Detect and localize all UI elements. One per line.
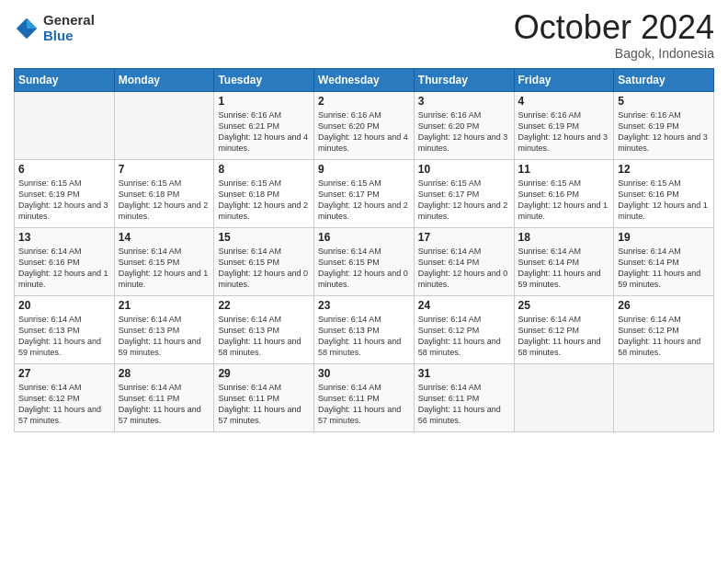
day-info: Sunrise: 6:14 AM Sunset: 6:12 PM Dayligh… — [618, 314, 710, 359]
calendar-cell: 2Sunrise: 6:16 AM Sunset: 6:20 PM Daylig… — [314, 91, 415, 159]
day-info: Sunrise: 6:16 AM Sunset: 6:20 PM Dayligh… — [318, 109, 410, 155]
calendar-cell: 27Sunrise: 6:14 AM Sunset: 6:12 PM Dayli… — [15, 363, 115, 431]
day-number: 29 — [218, 367, 310, 380]
day-info: Sunrise: 6:16 AM Sunset: 6:21 PM Dayligh… — [218, 109, 310, 155]
calendar-cell: 22Sunrise: 6:14 AM Sunset: 6:13 PM Dayli… — [214, 295, 314, 363]
day-number: 2 — [318, 95, 410, 108]
day-number: 3 — [418, 95, 510, 108]
calendar-week-4: 20Sunrise: 6:14 AM Sunset: 6:13 PM Dayli… — [15, 295, 714, 363]
day-info: Sunrise: 6:15 AM Sunset: 6:16 PM Dayligh… — [518, 178, 610, 223]
day-info: Sunrise: 6:14 AM Sunset: 6:15 PM Dayligh… — [218, 246, 310, 291]
day-info: Sunrise: 6:14 AM Sunset: 6:12 PM Dayligh… — [518, 314, 610, 359]
day-number: 9 — [318, 163, 410, 176]
day-number: 24 — [418, 299, 510, 312]
day-number: 27 — [18, 367, 110, 380]
calendar-cell: 21Sunrise: 6:14 AM Sunset: 6:13 PM Dayli… — [114, 295, 214, 363]
calendar-cell: 3Sunrise: 6:16 AM Sunset: 6:20 PM Daylig… — [414, 91, 514, 159]
month-title: October 2024 — [514, 9, 714, 46]
col-friday: Friday — [514, 68, 614, 91]
calendar-cell: 17Sunrise: 6:14 AM Sunset: 6:14 PM Dayli… — [414, 227, 514, 295]
day-number: 28 — [119, 367, 210, 380]
col-sunday: Sunday — [15, 68, 115, 91]
logo-icon — [14, 16, 40, 41]
location: Bagok, Indonesia — [514, 46, 714, 61]
col-tuesday: Tuesday — [214, 68, 314, 91]
day-number: 31 — [418, 367, 510, 380]
day-number: 25 — [518, 299, 610, 312]
day-info: Sunrise: 6:15 AM Sunset: 6:17 PM Dayligh… — [318, 178, 410, 223]
day-info: Sunrise: 6:14 AM Sunset: 6:11 PM Dayligh… — [119, 382, 210, 427]
col-thursday: Thursday — [414, 68, 514, 91]
day-info: Sunrise: 6:15 AM Sunset: 6:17 PM Dayligh… — [418, 178, 510, 223]
calendar-week-5: 27Sunrise: 6:14 AM Sunset: 6:12 PM Dayli… — [15, 363, 714, 431]
calendar-table: Sunday Monday Tuesday Wednesday Thursday… — [14, 68, 714, 432]
calendar-cell — [114, 91, 214, 159]
calendar-cell: 14Sunrise: 6:14 AM Sunset: 6:15 PM Dayli… — [114, 227, 214, 295]
logo-text: General Blue — [43, 13, 95, 43]
logo-blue-text: Blue — [43, 29, 95, 44]
day-info: Sunrise: 6:14 AM Sunset: 6:15 PM Dayligh… — [119, 246, 210, 291]
page: General Blue October 2024 Bagok, Indones… — [0, 0, 728, 563]
day-info: Sunrise: 6:14 AM Sunset: 6:13 PM Dayligh… — [218, 314, 310, 359]
day-info: Sunrise: 6:14 AM Sunset: 6:12 PM Dayligh… — [18, 382, 110, 427]
calendar-week-2: 6Sunrise: 6:15 AM Sunset: 6:19 PM Daylig… — [15, 159, 714, 227]
calendar-cell: 25Sunrise: 6:14 AM Sunset: 6:12 PM Dayli… — [514, 295, 614, 363]
day-info: Sunrise: 6:14 AM Sunset: 6:16 PM Dayligh… — [18, 246, 110, 291]
day-info: Sunrise: 6:14 AM Sunset: 6:13 PM Dayligh… — [18, 314, 110, 359]
day-number: 17 — [418, 231, 510, 244]
day-number: 1 — [218, 95, 310, 108]
calendar-cell: 20Sunrise: 6:14 AM Sunset: 6:13 PM Dayli… — [15, 295, 115, 363]
calendar-week-1: 1Sunrise: 6:16 AM Sunset: 6:21 PM Daylig… — [15, 91, 714, 159]
col-wednesday: Wednesday — [314, 68, 415, 91]
calendar-cell — [614, 363, 714, 431]
day-info: Sunrise: 6:14 AM Sunset: 6:14 PM Dayligh… — [618, 246, 710, 291]
calendar-cell: 19Sunrise: 6:14 AM Sunset: 6:14 PM Dayli… — [614, 227, 714, 295]
day-info: Sunrise: 6:14 AM Sunset: 6:13 PM Dayligh… — [318, 314, 410, 359]
day-number: 8 — [218, 163, 310, 176]
calendar-cell: 16Sunrise: 6:14 AM Sunset: 6:15 PM Dayli… — [314, 227, 415, 295]
calendar-cell — [15, 91, 115, 159]
calendar-cell: 4Sunrise: 6:16 AM Sunset: 6:19 PM Daylig… — [514, 91, 614, 159]
calendar-cell: 31Sunrise: 6:14 AM Sunset: 6:11 PM Dayli… — [414, 363, 514, 431]
day-info: Sunrise: 6:14 AM Sunset: 6:14 PM Dayligh… — [518, 246, 610, 291]
calendar-cell — [514, 363, 614, 431]
calendar-cell: 13Sunrise: 6:14 AM Sunset: 6:16 PM Dayli… — [15, 227, 115, 295]
day-number: 5 — [618, 95, 710, 108]
calendar-week-3: 13Sunrise: 6:14 AM Sunset: 6:16 PM Dayli… — [15, 227, 714, 295]
day-number: 21 — [119, 299, 210, 312]
day-info: Sunrise: 6:14 AM Sunset: 6:11 PM Dayligh… — [218, 382, 310, 427]
day-info: Sunrise: 6:14 AM Sunset: 6:14 PM Dayligh… — [418, 246, 510, 291]
header: General Blue October 2024 Bagok, Indones… — [14, 9, 714, 61]
day-number: 14 — [119, 231, 210, 244]
calendar-cell: 7Sunrise: 6:15 AM Sunset: 6:18 PM Daylig… — [114, 159, 214, 227]
calendar-cell: 5Sunrise: 6:16 AM Sunset: 6:19 PM Daylig… — [614, 91, 714, 159]
day-number: 23 — [318, 299, 410, 312]
day-number: 18 — [518, 231, 610, 244]
title-block: October 2024 Bagok, Indonesia — [514, 9, 714, 61]
calendar-cell: 26Sunrise: 6:14 AM Sunset: 6:12 PM Dayli… — [614, 295, 714, 363]
calendar-cell: 24Sunrise: 6:14 AM Sunset: 6:12 PM Dayli… — [414, 295, 514, 363]
day-info: Sunrise: 6:15 AM Sunset: 6:19 PM Dayligh… — [18, 178, 110, 223]
day-number: 19 — [618, 231, 710, 244]
col-monday: Monday — [114, 68, 214, 91]
day-number: 7 — [119, 163, 210, 176]
calendar-cell: 15Sunrise: 6:14 AM Sunset: 6:15 PM Dayli… — [214, 227, 314, 295]
day-number: 20 — [18, 299, 110, 312]
calendar-cell: 30Sunrise: 6:14 AM Sunset: 6:11 PM Dayli… — [314, 363, 415, 431]
logo: General Blue — [14, 13, 95, 43]
day-info: Sunrise: 6:15 AM Sunset: 6:18 PM Dayligh… — [119, 178, 210, 223]
day-info: Sunrise: 6:15 AM Sunset: 6:18 PM Dayligh… — [218, 178, 310, 223]
logo-general-text: General — [43, 13, 95, 29]
calendar-cell: 8Sunrise: 6:15 AM Sunset: 6:18 PM Daylig… — [214, 159, 314, 227]
day-number: 15 — [218, 231, 310, 244]
day-number: 30 — [318, 367, 410, 380]
svg-marker-1 — [27, 17, 37, 28]
day-number: 6 — [18, 163, 110, 176]
calendar-cell: 10Sunrise: 6:15 AM Sunset: 6:17 PM Dayli… — [414, 159, 514, 227]
calendar-cell: 6Sunrise: 6:15 AM Sunset: 6:19 PM Daylig… — [15, 159, 115, 227]
day-info: Sunrise: 6:14 AM Sunset: 6:11 PM Dayligh… — [318, 382, 410, 427]
calendar-cell: 12Sunrise: 6:15 AM Sunset: 6:16 PM Dayli… — [614, 159, 714, 227]
day-info: Sunrise: 6:14 AM Sunset: 6:12 PM Dayligh… — [418, 314, 510, 359]
calendar-cell: 1Sunrise: 6:16 AM Sunset: 6:21 PM Daylig… — [214, 91, 314, 159]
calendar-cell: 28Sunrise: 6:14 AM Sunset: 6:11 PM Dayli… — [114, 363, 214, 431]
